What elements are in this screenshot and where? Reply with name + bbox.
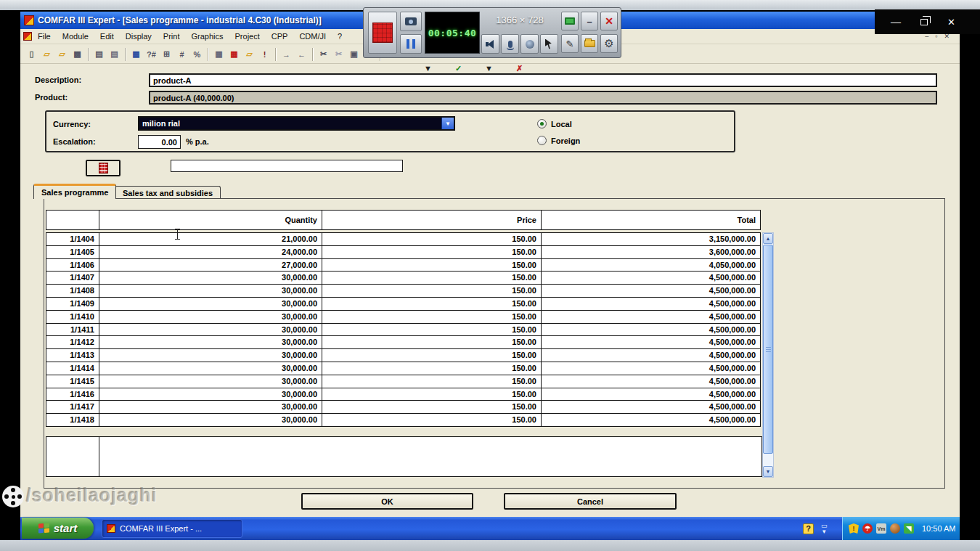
taskbar-clock[interactable]: 10:50 AM bbox=[922, 524, 955, 533]
pause-button[interactable] bbox=[400, 34, 422, 54]
price-cell[interactable]: 150.00 bbox=[322, 375, 542, 388]
cut-icon[interactable]: ✂ bbox=[317, 47, 330, 61]
output-folder-button[interactable] bbox=[581, 34, 598, 53]
table-scrollbar[interactable]: ▲ ▼ bbox=[762, 232, 774, 478]
grid-hash-icon[interactable]: # bbox=[175, 47, 189, 61]
price-cell[interactable]: 150.00 bbox=[322, 348, 542, 362]
taskbar-comfar-button[interactable]: COMFAR III Expert - ... bbox=[102, 519, 242, 538]
menu-project[interactable]: Project bbox=[229, 30, 266, 42]
new-folder-icon[interactable]: ▱ bbox=[55, 47, 69, 61]
price-cell[interactable]: 150.00 bbox=[322, 323, 542, 337]
cursor-capture-button[interactable] bbox=[540, 34, 558, 54]
tab-sales-programme[interactable]: Sales programme bbox=[33, 184, 116, 199]
ok-button[interactable]: OK bbox=[301, 493, 473, 510]
note-input[interactable] bbox=[171, 160, 403, 172]
price-cell[interactable]: 150.00 bbox=[322, 400, 542, 414]
quantity-cell[interactable]: 30,000.00 bbox=[99, 335, 322, 349]
price-cell[interactable]: 150.00 bbox=[322, 232, 542, 246]
recorder-close-button[interactable]: ✕ bbox=[600, 12, 618, 30]
recorder-minimize-button[interactable]: – bbox=[581, 12, 598, 30]
menu-file[interactable]: File bbox=[32, 30, 57, 42]
quantity-cell[interactable]: 30,000.00 bbox=[99, 284, 322, 298]
project-folder-icon[interactable]: ▱ bbox=[242, 47, 256, 61]
new-file-icon[interactable]: ▯ bbox=[25, 47, 38, 61]
menu-cpp[interactable]: CPP bbox=[266, 30, 294, 42]
price-cell[interactable]: 150.00 bbox=[322, 362, 542, 375]
quantity-cell[interactable]: 21,000.00 bbox=[99, 232, 322, 246]
webcam-button[interactable] bbox=[520, 34, 539, 54]
dropdown-caret-2-icon[interactable]: ▼ bbox=[485, 64, 493, 73]
table-icon[interactable]: ▦ bbox=[129, 47, 143, 61]
quantity-cell[interactable]: 30,000.00 bbox=[99, 271, 322, 285]
radio-foreign[interactable]: Foreign bbox=[537, 136, 580, 145]
price-cell[interactable]: 150.00 bbox=[322, 284, 542, 298]
price-cell[interactable]: 150.00 bbox=[322, 245, 542, 259]
scale-cells-icon[interactable]: % bbox=[190, 47, 204, 61]
menu-module[interactable]: Module bbox=[57, 30, 94, 42]
annotate-button[interactable]: ✎ bbox=[561, 34, 579, 53]
cancel-x-icon[interactable]: ✗ bbox=[516, 64, 523, 73]
quantity-cell[interactable]: 30,000.00 bbox=[99, 400, 322, 414]
dropdown-caret-icon[interactable]: ▼ bbox=[424, 64, 432, 73]
region-button[interactable] bbox=[561, 12, 579, 30]
link-out-icon[interactable]: → bbox=[279, 47, 293, 61]
network-icon[interactable]: ◥ bbox=[904, 523, 914, 534]
link-in-icon[interactable]: ← bbox=[295, 47, 309, 61]
save-icon[interactable]: ▩ bbox=[70, 47, 84, 61]
start-button[interactable]: start bbox=[22, 518, 94, 539]
print-setup-icon[interactable]: ▤ bbox=[107, 47, 121, 61]
price-cell[interactable]: 150.00 bbox=[322, 271, 542, 285]
tab-sales-tax[interactable]: Sales tax and subsidies bbox=[115, 186, 221, 199]
vm-tools-icon[interactable]: Vm bbox=[876, 523, 886, 534]
scrollbar-thumb[interactable] bbox=[763, 245, 773, 454]
quantity-cell[interactable]: 30,000.00 bbox=[99, 348, 322, 362]
description-input[interactable]: product-A bbox=[149, 73, 937, 87]
print-icon[interactable]: ▤ bbox=[92, 47, 106, 61]
menu-edit[interactable]: Edit bbox=[94, 30, 120, 42]
menu-help[interactable]: ? bbox=[332, 30, 348, 42]
menu-display[interactable]: Display bbox=[120, 30, 158, 42]
radio-local-circle[interactable] bbox=[537, 119, 547, 128]
quantity-cell[interactable]: 24,000.00 bbox=[99, 245, 322, 259]
open-folder-icon[interactable]: ▱ bbox=[40, 47, 54, 61]
volume-icon[interactable] bbox=[890, 523, 900, 534]
scroll-down-icon[interactable]: ▼ bbox=[763, 466, 773, 477]
price-cell[interactable]: 150.00 bbox=[322, 335, 542, 349]
radio-local[interactable]: Local bbox=[537, 119, 572, 128]
calculator-button[interactable] bbox=[86, 160, 121, 176]
radio-foreign-circle[interactable] bbox=[537, 136, 547, 145]
cut-special-icon[interactable]: ✂ bbox=[332, 47, 346, 61]
minimize-icon[interactable]: — bbox=[891, 16, 901, 28]
microphone-button[interactable] bbox=[501, 34, 519, 54]
scroll-up-icon[interactable]: ▲ bbox=[763, 233, 773, 244]
quantity-cell[interactable]: 30,000.00 bbox=[99, 297, 322, 311]
currency-dropdown[interactable]: milion rial ▼ bbox=[138, 116, 455, 131]
quantity-cell[interactable]: 27,000.00 bbox=[99, 258, 322, 272]
insert-row-icon[interactable]: ⊞ bbox=[160, 47, 173, 61]
quantity-cell[interactable]: 30,000.00 bbox=[99, 323, 322, 337]
confirm-check-icon[interactable]: ✓ bbox=[455, 64, 462, 73]
price-cell[interactable]: 150.00 bbox=[322, 258, 542, 272]
alert-icon[interactable]: ! bbox=[258, 47, 271, 61]
close-icon[interactable]: ✕ bbox=[947, 17, 955, 28]
cancel-button[interactable]: Cancel bbox=[504, 493, 677, 510]
menu-print[interactable]: Print bbox=[158, 30, 186, 42]
help-icon[interactable]: ? bbox=[803, 523, 814, 534]
antivirus-icon[interactable]: ☂ bbox=[862, 523, 873, 534]
price-cell[interactable]: 150.00 bbox=[322, 310, 542, 324]
quantity-cell[interactable]: 30,000.00 bbox=[99, 310, 322, 324]
price-cell[interactable]: 150.00 bbox=[322, 413, 542, 427]
settings-button[interactable]: ⚙ bbox=[600, 34, 618, 53]
menu-cdmji[interactable]: CDM/JI bbox=[293, 30, 332, 42]
price-cell[interactable]: 150.00 bbox=[322, 297, 542, 311]
quantity-cell[interactable]: 30,000.00 bbox=[99, 388, 322, 401]
hidden-icons-chevron[interactable]: ▭▾ bbox=[821, 523, 828, 534]
price-cell[interactable]: 150.00 bbox=[322, 388, 542, 401]
help-cells-icon[interactable]: ?# bbox=[144, 47, 158, 61]
copy-icon[interactable]: ▣ bbox=[347, 47, 361, 61]
spreadsheet-icon[interactable]: ▦ bbox=[212, 47, 226, 61]
screenshot-button[interactable] bbox=[400, 12, 422, 31]
calculator-icon[interactable]: ▦ bbox=[227, 47, 241, 61]
restore-icon[interactable] bbox=[920, 19, 928, 25]
quantity-cell[interactable]: 30,000.00 bbox=[99, 375, 322, 388]
